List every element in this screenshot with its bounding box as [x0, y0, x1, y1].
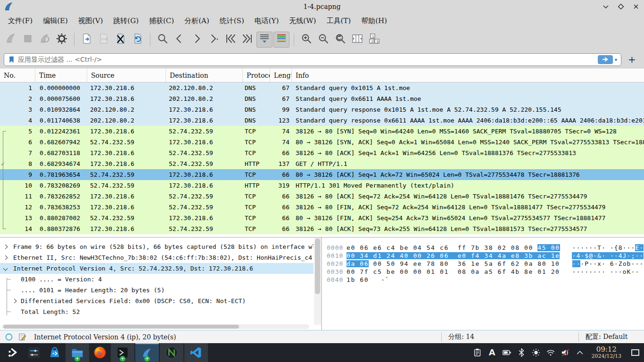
resize-columns-button[interactable] [349, 32, 365, 48]
packet-row[interactable]: 100.78320826952.74.232.59172.30.218.6HTT… [0, 180, 644, 191]
menu-item-7[interactable]: 电话(Y) [249, 15, 284, 27]
detail-row[interactable]: Frame 9: 66 bytes on wire (528 bits), 66… [0, 241, 314, 252]
packet-row[interactable]: 10.000000000172.30.218.6202.120.80.2DNS6… [0, 82, 644, 93]
detail-row[interactable]: Differentiated Services Field: 0x00 (DSC… [0, 296, 314, 306]
packet-row[interactable]: 110.783262852172.30.218.652.74.232.59TCP… [0, 191, 644, 202]
go-back-button[interactable] [172, 32, 188, 48]
menu-item-0[interactable]: 文件(F) [3, 15, 38, 27]
detail-row[interactable]: Ethernet II, Src: NewH3CTechno_7b:38:02 … [0, 252, 314, 263]
system-settings-launcher[interactable] [24, 343, 44, 362]
go-to-packet-button[interactable] [206, 32, 222, 48]
column-header-source[interactable]: Source [87, 68, 166, 82]
packet-row[interactable]: 90.78196365452.74.232.59172.30.218.6TCP6… [0, 169, 644, 180]
tree-dash [7, 279, 11, 280]
detail-row[interactable]: Total Length: 52 [0, 306, 314, 317]
packet-row[interactable]: 80.682934674172.30.218.652.74.232.59HTTP… [0, 158, 644, 169]
colorize-button[interactable] [273, 32, 289, 48]
filter-bookmark-icon[interactable] [8, 56, 16, 64]
wifi-icon[interactable] [546, 348, 555, 357]
column-header-destination[interactable]: Destination [166, 68, 243, 82]
menu-item-9[interactable]: 工具(T) [321, 15, 356, 27]
packet-row[interactable]: 30.010932864202.120.80.2172.30.218.6DNS9… [0, 104, 644, 115]
firefox-launcher[interactable] [90, 343, 110, 362]
restart-capture-icon [39, 33, 51, 47]
close-button[interactable] [633, 3, 639, 10]
detail-row[interactable]: 0100 .... = Version: 4 [0, 274, 314, 285]
menu-item-3[interactable]: 跳转(G) [108, 15, 144, 27]
display-filter-input[interactable] [18, 56, 598, 63]
column-header-time[interactable]: Time [35, 68, 87, 82]
go-last-button[interactable] [239, 32, 256, 48]
column-header-info[interactable]: Info [292, 68, 644, 82]
input-method-a-icon[interactable]: A [487, 348, 497, 357]
column-header-no[interactable]: No. [0, 68, 35, 82]
bluetooth-icon[interactable] [517, 348, 526, 357]
taskbar-clock[interactable]: 09:12 2024/12/13 [592, 346, 621, 359]
neovim-task[interactable] [160, 343, 183, 362]
zoom-in-button[interactable] [298, 32, 314, 48]
menu-item-8[interactable]: 无线(W) [284, 15, 321, 27]
menu-item-1[interactable]: 编辑(E) [38, 15, 73, 27]
packet-row[interactable]: 40.011740638202.120.80.2172.30.218.6DNS1… [0, 115, 644, 126]
menu-item-4[interactable]: 捕获(C) [144, 15, 179, 27]
brightness-icon[interactable] [531, 348, 541, 357]
filter-dropdown-caret[interactable]: ▾ [615, 57, 617, 62]
volume-muted-icon[interactable] [561, 348, 570, 357]
packet-row[interactable]: 20.000075600172.30.218.6202.120.80.2DNS6… [0, 93, 644, 104]
add-filter-button[interactable]: + [628, 54, 636, 65]
column-header-lengtl[interactable]: Lengtl [270, 68, 292, 82]
maximize-button[interactable] [618, 3, 624, 10]
find-packet-button[interactable] [155, 32, 171, 48]
wireshark-task[interactable]: + [135, 343, 159, 362]
clipboard-icon[interactable] [473, 348, 482, 357]
packet-row[interactable]: 140.880372876172.30.218.652.74.232.59TCP… [0, 223, 644, 234]
go-forward-button[interactable] [189, 32, 205, 48]
restart-capture-button[interactable] [37, 32, 53, 48]
save-file-button[interactable]: 0101 [96, 32, 112, 48]
terminal-task[interactable]: + [111, 343, 134, 362]
menu-item-10[interactable]: 帮助(H) [356, 15, 392, 27]
discover-launcher[interactable] [44, 343, 65, 362]
detail-horizontal-scrollbar[interactable] [2, 324, 309, 329]
packet-row[interactable]: 120.783638253172.30.218.652.74.232.59TCP… [0, 202, 644, 213]
close-file-button[interactable] [113, 32, 129, 48]
hex-row[interactable]: 001000 34 d1 24 40 00 26 06 e0 f4 34 4a … [327, 252, 644, 260]
detail-row[interactable]: Internet Protocol Version 4, Src: 52.74.… [0, 263, 314, 274]
status-profile[interactable]: 配置: Default [579, 333, 644, 341]
hex-row[interactable]: 003000 7f c5 be 00 00 01 01 08 0a a5 6f … [327, 268, 644, 276]
packet-row[interactable]: 50.012242361172.30.218.652.74.232.59TCP7… [0, 126, 644, 137]
reload-file-button[interactable] [130, 32, 146, 48]
hex-row[interactable]: 00401b 60·` [327, 276, 644, 284]
minimize-button[interactable] [603, 3, 609, 10]
apply-filter-button[interactable] [598, 55, 613, 64]
layout-columns-button[interactable]: 123 [366, 32, 382, 48]
show-desktop-button[interactable] [631, 349, 639, 356]
packet-row[interactable]: 60.68260794252.74.232.59172.30.218.6TCP7… [0, 137, 644, 148]
capture-options-button[interactable] [54, 32, 70, 48]
packet-row[interactable]: 70.682703118172.30.218.652.74.232.59TCP6… [0, 148, 644, 158]
hex-row[interactable]: 0020da 06 00 50 94 ee 78 80 36 1e 5a 6f … [327, 260, 644, 268]
stop-capture-button[interactable] [20, 32, 36, 48]
detail-vertical-scrollbar[interactable] [314, 238, 321, 325]
zoom-reset-button[interactable] [332, 32, 348, 48]
auto-scroll-button[interactable] [256, 32, 272, 48]
battery-icon[interactable] [502, 348, 512, 357]
file-manager-task[interactable]: + [66, 343, 89, 362]
detail-row[interactable]: .... 0101 = Header Length: 20 bytes (5) [0, 285, 314, 296]
display-filter-field[interactable]: ▾ [4, 53, 621, 66]
menu-item-2[interactable]: 视图(V) [73, 15, 108, 27]
capture-comment-icon[interactable] [18, 333, 26, 341]
expert-info-icon[interactable] [5, 333, 13, 341]
column-header-protocol[interactable]: Protocol [243, 68, 270, 82]
packet-row[interactable]: 130.88028700252.74.232.59172.30.218.6TCP… [0, 213, 644, 223]
vscode-task[interactable] [184, 343, 208, 362]
hex-row[interactable]: 0000e0 06 e6 c4 be 04 54 c6 ff 7b 38 02 … [327, 244, 644, 252]
chevron-up-icon[interactable] [575, 348, 585, 357]
start-capture-button[interactable] [3, 32, 19, 48]
menu-item-5[interactable]: 分析(A) [179, 15, 215, 27]
go-first-button[interactable] [223, 32, 239, 48]
menu-item-6[interactable]: 统计(S) [215, 15, 249, 27]
open-file-button[interactable] [79, 32, 95, 48]
zoom-out-button[interactable] [315, 32, 331, 48]
app-launcher-launcher[interactable] [3, 343, 24, 362]
